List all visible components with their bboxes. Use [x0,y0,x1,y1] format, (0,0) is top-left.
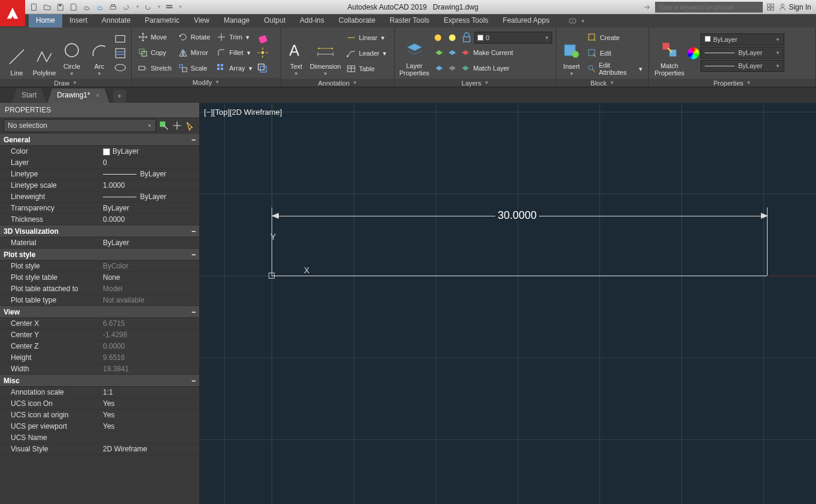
match-properties-button[interactable]: Match Properties [653,30,686,77]
ellipse-icon[interactable] [114,61,127,74]
array-button[interactable]: Array▾ [214,61,254,75]
explode-icon[interactable] [256,46,269,59]
new-icon[interactable] [29,2,39,13]
select-objects-icon[interactable] [172,120,182,131]
match-layer-button[interactable]: Match Layer [431,61,552,75]
plot-icon[interactable] [108,2,118,13]
copy-button[interactable]: Copy [135,45,174,60]
tab-start[interactable]: Start [12,88,46,103]
offset-icon[interactable] [256,60,269,74]
section-plotstyle[interactable]: Plot style− [0,249,199,261]
row-transparency-value[interactable]: ByLayer [101,204,199,212]
qat-more-icon[interactable] [164,2,175,13]
row-ucsicon-value[interactable]: Yes [101,399,199,408]
insert-button[interactable]: Insert▼ [560,30,583,77]
tab-insert[interactable]: Insert [62,14,95,28]
cloud-open-icon[interactable] [81,2,92,13]
arc-button[interactable]: Arc▼ [86,30,112,77]
dimension-button[interactable]: Dimension▼ [309,30,342,77]
app-store-icon[interactable] [766,3,775,11]
panel-title-modify[interactable]: Modify▼ [132,78,281,87]
panel-title-properties[interactable]: Properties▼ [649,79,815,87]
search-input[interactable] [655,2,763,13]
redo-icon[interactable] [142,2,153,13]
redo-dd-icon[interactable]: ▼ [157,4,162,10]
row-material-value[interactable]: ByLayer [101,239,199,247]
section-misc[interactable]: Misc− [0,375,199,387]
erase-icon[interactable] [256,32,269,45]
selection-filter[interactable]: No selection▼ [4,119,156,132]
move-button[interactable]: Move [135,30,174,44]
arrow-icon[interactable] [643,3,651,11]
leader-button[interactable]: Leader▾ [343,46,389,60]
section-general[interactable]: General− [0,134,199,146]
color-selector[interactable]: ByLayer▼ [701,33,784,45]
close-tab-icon[interactable]: ✕ [95,92,100,99]
tab-manage[interactable]: Manage [217,14,257,28]
qat-customize-icon[interactable]: ▼ [178,4,183,10]
panel-title-layers[interactable]: Layers▼ [395,79,556,87]
layer-on-icon[interactable] [431,31,444,44]
tab-annotate[interactable]: Annotate [95,14,138,28]
row-visualstyle-value[interactable]: 2D Wireframe [101,445,199,453]
cloud-save-icon[interactable] [95,2,105,13]
linetype-selector[interactable]: ByLayer▼ [701,60,784,72]
linear-button[interactable]: Linear▾ [343,30,389,45]
mirror-button[interactable]: Mirror [175,45,212,60]
panel-title-block[interactable]: Block▼ [556,79,648,87]
a360-icon[interactable] [568,17,577,25]
toggle-pick-icon[interactable] [159,120,169,131]
tab-expresstools[interactable]: Express Tools [437,14,495,28]
open-icon[interactable] [42,2,53,13]
text-button[interactable]: AText▼ [285,30,307,77]
tab-output[interactable]: Output [257,14,293,28]
row-ucsorg-value[interactable]: Yes [101,411,199,419]
section-view[interactable]: View− [0,306,199,318]
lineweight-selector[interactable]: ByLayer▼ [701,47,784,59]
panel-title-draw[interactable]: Draw▼ [0,79,131,87]
undo-icon[interactable] [121,2,132,13]
tab-featuredapps[interactable]: Featured Apps [495,14,556,28]
signin-button[interactable]: Sign In [778,3,811,11]
create-block-button[interactable]: Create [584,30,645,45]
polyline-button[interactable]: Polyline [31,30,57,77]
tab-home[interactable]: Home [29,14,62,28]
row-layer-value[interactable]: 0 [101,158,199,167]
fillet-button[interactable]: Fillet▾ [214,45,254,60]
layer-freeze-icon[interactable] [446,31,459,44]
row-linetype-value[interactable]: ByLayer [101,170,199,178]
rectangle-icon[interactable] [114,32,127,45]
ribbon-minimize-icon[interactable]: ▼ [580,19,585,24]
line-button[interactable]: Line [4,30,30,77]
hatch-icon[interactable] [114,47,127,60]
row-annoscale-value[interactable]: 1:1 [101,388,199,396]
row-pstable-value[interactable]: None [101,273,199,282]
layer-selector[interactable]: 0▼ [474,32,552,44]
layer-properties-button[interactable]: Layer Properties [398,30,430,77]
drawn-line[interactable] [272,276,767,276]
rotate-button[interactable]: Rotate [175,30,212,44]
tab-addins[interactable]: Add-ins [293,14,331,28]
tab-collaborate[interactable]: Collaborate [331,14,382,28]
panel-title-annotation[interactable]: Annotation▼ [281,79,394,87]
color-wheel-icon[interactable] [687,47,699,59]
edit-block-button[interactable]: Edit [584,46,645,60]
row-color-value[interactable]: ByLayer [101,147,199,155]
circle-button[interactable]: Circle▼ [59,30,85,77]
edit-attrs-button[interactable]: Edit Attributes▾ [584,62,645,76]
row-ltscale-value[interactable]: 1.0000 [101,181,199,190]
save-icon[interactable] [55,2,66,13]
row-lweight-value[interactable]: ByLayer [101,193,199,201]
section-3dvis[interactable]: 3D Visualization− [0,225,199,237]
row-thickness-value[interactable]: 0.0000 [101,215,199,224]
quick-select-icon[interactable] [185,120,196,131]
make-current-button[interactable]: Make Current [431,45,552,60]
viewport-label[interactable]: [−][Top][2D Wireframe] [204,108,282,117]
new-tab-button[interactable]: + [113,90,126,103]
tab-drawing1[interactable]: Drawing1*✕ [47,88,109,103]
tab-view[interactable]: View [187,14,217,28]
saveas-icon[interactable] [68,2,79,13]
table-button[interactable]: Table [343,62,389,76]
row-ucsvp-value[interactable]: Yes [101,422,199,430]
undo-dd-icon[interactable]: ▼ [135,4,140,10]
